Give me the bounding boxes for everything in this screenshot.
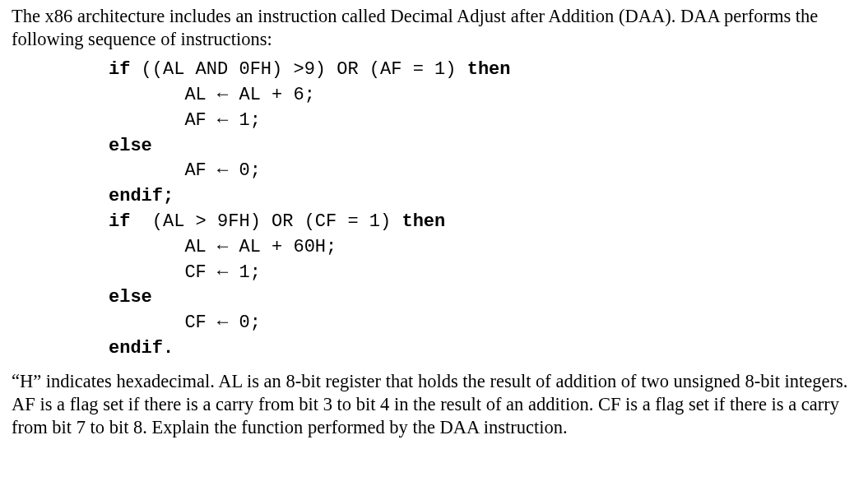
page-content: The x86 architecture includes an instruc… bbox=[0, 0, 868, 461]
kw-else-2: else bbox=[109, 287, 152, 308]
intro-paragraph: The x86 architecture includes an instruc… bbox=[12, 5, 855, 51]
kw-endif-1: endif; bbox=[109, 186, 174, 206]
kw-if-1: if bbox=[109, 59, 130, 80]
kw-endif-2: endif. bbox=[109, 338, 174, 359]
kw-else-1: else bbox=[109, 136, 152, 156]
outro-paragraph: “H” indicates hexadecimal. AL is an 8-bi… bbox=[12, 370, 855, 439]
code-line-5: AF ← 0; bbox=[109, 160, 261, 181]
code-line-8: AL ← AL + 60H; bbox=[109, 237, 337, 257]
kw-if-2: if bbox=[109, 211, 130, 232]
code-line-3: AF ← 1; bbox=[109, 110, 261, 131]
code-line-11: CF ← 0; bbox=[109, 312, 261, 333]
code-line-2: AL ← AL + 6; bbox=[109, 85, 315, 105]
code-line-7: (AL > 9FH) OR (CF = 1) bbox=[130, 211, 402, 232]
pseudocode-block: if ((AL AND 0FH) >9) OR (AF = 1) then AL… bbox=[109, 58, 855, 362]
kw-then-2: then bbox=[402, 211, 445, 232]
code-line-1: ((AL AND 0FH) >9) OR (AF = 1) bbox=[130, 59, 466, 80]
code-line-9: CF ← 1; bbox=[109, 262, 261, 283]
kw-then-1: then bbox=[467, 59, 511, 80]
